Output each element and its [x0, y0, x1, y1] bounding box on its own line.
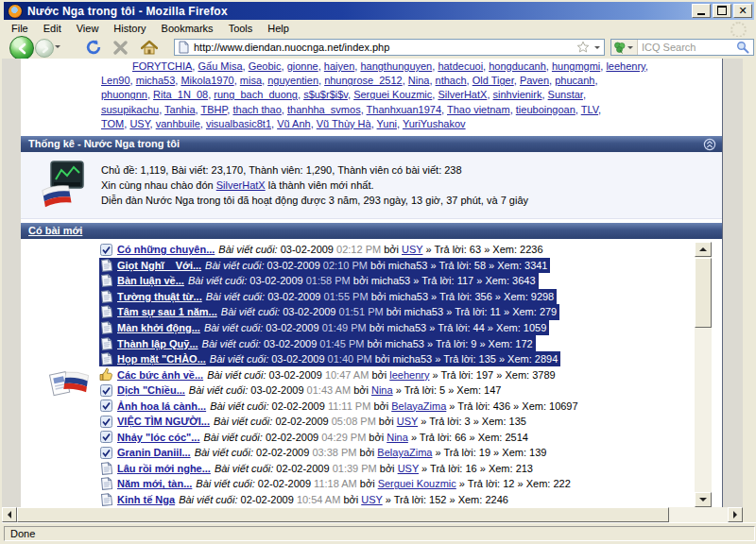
- member-link[interactable]: thanhha_svmos: [287, 104, 361, 115]
- last-post-user-link[interactable]: micha53: [385, 338, 424, 349]
- last-post-user-link[interactable]: micha53: [404, 306, 444, 317]
- thread-title-link[interactable]: Các bức ảnh về...: [117, 369, 203, 381]
- last-post-user-link[interactable]: Serguei Kouzmic: [378, 478, 456, 489]
- inner-frame-scrollbar[interactable]: [695, 242, 712, 507]
- member-link[interactable]: Paven: [520, 75, 549, 86]
- member-link[interactable]: Len90: [101, 75, 130, 86]
- thread-row[interactable]: Granin Daniil...Bài viết cuối: 02-02-200…: [99, 445, 549, 461]
- horizontal-scrollbar[interactable]: [2, 507, 743, 522]
- menu-file[interactable]: File: [4, 21, 36, 36]
- member-link[interactable]: s$u$r$i$v: [303, 89, 348, 100]
- menu-view[interactable]: View: [69, 21, 107, 36]
- member-link[interactable]: Nina: [408, 75, 430, 86]
- member-link[interactable]: Old Tiger: [472, 75, 514, 86]
- last-post-user-link[interactable]: micha53: [393, 353, 433, 365]
- search-box[interactable]: ICQ Search: [610, 39, 754, 56]
- last-post-user-link[interactable]: micha53: [388, 291, 428, 302]
- member-link[interactable]: sinhvienirk: [493, 89, 542, 100]
- thread-row[interactable]: Tường thuật từ...Bài viết cuối: 03-02-20…: [99, 289, 557, 305]
- url-dropdown-caret[interactable]: [594, 46, 600, 52]
- search-input[interactable]: ICQ Search: [638, 42, 736, 53]
- member-link[interactable]: YuriYushakov: [403, 118, 466, 129]
- member-link[interactable]: haiyen: [324, 60, 354, 72]
- member-link[interactable]: gionne: [287, 60, 318, 72]
- url-text[interactable]: http://www.diendan.nuocnga.net/index.php: [194, 42, 576, 53]
- thread-row[interactable]: Giọt Nghĩ _ Với...Bài viết cuối: 03-02-2…: [99, 258, 550, 274]
- thread-title-link[interactable]: Kinh tế Nga: [117, 494, 175, 505]
- member-link[interactable]: SilverHatX: [438, 89, 487, 100]
- member-link[interactable]: nhungrose_2512: [324, 75, 403, 86]
- search-engine-selector[interactable]: [611, 40, 638, 55]
- back-history-dropdown[interactable]: [55, 45, 60, 51]
- menu-history[interactable]: History: [106, 21, 153, 36]
- member-link[interactable]: nthach: [436, 75, 467, 86]
- member-link[interactable]: susupikachu: [101, 104, 159, 115]
- thread-row[interactable]: Thành lập Quỹ...Bài viết cuối: 03-02-200…: [99, 335, 536, 351]
- thread-title-link[interactable]: Có những chuyên...: [117, 244, 215, 255]
- member-link[interactable]: hungmgmi: [552, 60, 600, 72]
- member-link[interactable]: USY: [129, 118, 149, 129]
- member-link[interactable]: FORYTCHIA: [132, 60, 192, 72]
- newest-member-link[interactable]: SilverHatX: [216, 179, 266, 191]
- thread-title-link[interactable]: Họp mặt "CHÀO...: [117, 353, 206, 365]
- thread-row[interactable]: Dịch "Chiều...Bài viết cuối: 03-02-2009 …: [99, 382, 504, 399]
- close-button[interactable]: ✕: [733, 4, 752, 18]
- thread-row[interactable]: Lâu rồi mới nghe...Bài viết cuối: 02-02-…: [99, 461, 536, 477]
- thread-row[interactable]: Có những chuyên...Bài viết cuối: 03-02-2…: [99, 242, 546, 258]
- last-post-user-link[interactable]: USY: [397, 416, 418, 427]
- thread-row[interactable]: Bàn luận về...Bài viết cuối: 03-02-2009 …: [99, 273, 539, 289]
- member-link[interactable]: Rita_1N_08: [153, 89, 208, 100]
- member-link[interactable]: Gấu Misa: [198, 60, 242, 72]
- thread-row[interactable]: VIỆC TÌM NGƯỜI...Bài viết cuối: 02-02-20…: [99, 414, 529, 430]
- minimize-button[interactable]: [692, 4, 711, 18]
- search-engine-caret[interactable]: [627, 46, 633, 52]
- member-link[interactable]: TLV: [581, 104, 598, 115]
- scroll-right-button[interactable]: [728, 507, 743, 522]
- member-link[interactable]: hangthunguyen: [360, 60, 432, 72]
- thread-title-link[interactable]: Lâu rồi mới nghe...: [117, 463, 211, 474]
- last-post-user-link[interactable]: micha53: [371, 275, 411, 286]
- thread-title-link[interactable]: Nhảy "lóc cóc"...: [117, 432, 199, 443]
- last-post-user-link[interactable]: BelayaZima: [377, 447, 432, 458]
- inner-scroll-down-button[interactable]: [695, 492, 712, 507]
- thread-title-link[interactable]: Tường thuật từ...: [117, 291, 202, 302]
- thread-title-link[interactable]: Thành lập Quỹ...: [117, 338, 198, 349]
- last-post-user-link[interactable]: USY: [402, 244, 422, 255]
- last-post-user-link[interactable]: USY: [398, 463, 419, 474]
- back-button[interactable]: [9, 36, 34, 60]
- thread-title-link[interactable]: Năm mới, tàn...: [117, 478, 192, 489]
- stop-button[interactable]: [110, 38, 130, 57]
- thread-row[interactable]: Năm mới, tàn...Bài viết cuối: 02-02-2009…: [99, 476, 574, 492]
- thread-row[interactable]: Họp mặt "CHÀO...Bài viết cuối: 03-02-200…: [99, 351, 560, 367]
- member-link[interactable]: hongducanh: [489, 60, 546, 72]
- thread-row[interactable]: Ảnh hoa lá cành...Bài viết cuối: 02-02-2…: [99, 398, 581, 414]
- collapse-section-button[interactable]: [703, 138, 716, 151]
- member-link[interactable]: nguyentien: [267, 75, 318, 86]
- home-button[interactable]: [139, 38, 160, 57]
- member-link[interactable]: hatdecuoi: [438, 60, 483, 72]
- member-link[interactable]: TBHP: [200, 104, 227, 115]
- last-post-user-link[interactable]: Nina: [371, 384, 393, 396]
- scroll-left-button[interactable]: [2, 507, 17, 522]
- member-link[interactable]: misa: [240, 75, 262, 86]
- member-link[interactable]: Geobic: [249, 60, 282, 72]
- member-link[interactable]: Yuni: [377, 118, 397, 129]
- thread-row[interactable]: Màn khởi động...Bài viết cuối: 03-02-200…: [99, 320, 549, 336]
- last-post-user-link[interactable]: Nina: [387, 432, 408, 443]
- bookmark-star-icon[interactable]: [576, 41, 590, 54]
- member-link[interactable]: thach thao: [232, 104, 281, 115]
- inner-scroll-up-button[interactable]: [695, 242, 712, 257]
- member-link[interactable]: Vũ Thùy Hà: [317, 118, 371, 129]
- horizontal-scroll-thumb[interactable]: [17, 507, 669, 522]
- thread-title-link[interactable]: Granin Daniil...: [117, 447, 191, 458]
- forward-button[interactable]: [35, 39, 54, 58]
- member-link[interactable]: visualbasic8t1: [206, 118, 271, 129]
- inner-scroll-thumb[interactable]: [695, 258, 712, 328]
- thread-title-link[interactable]: Tâm sự sau 1 năm...: [117, 306, 217, 317]
- thread-title-link[interactable]: Ảnh hoa lá cành...: [117, 400, 206, 412]
- last-post-user-link[interactable]: leehenry: [389, 369, 429, 381]
- member-link[interactable]: tieuboingoan: [516, 104, 576, 115]
- thread-title-link[interactable]: Giọt Nghĩ _ Với...: [117, 260, 201, 271]
- member-link[interactable]: micha53: [136, 75, 176, 86]
- magnifier-icon[interactable]: [736, 41, 749, 54]
